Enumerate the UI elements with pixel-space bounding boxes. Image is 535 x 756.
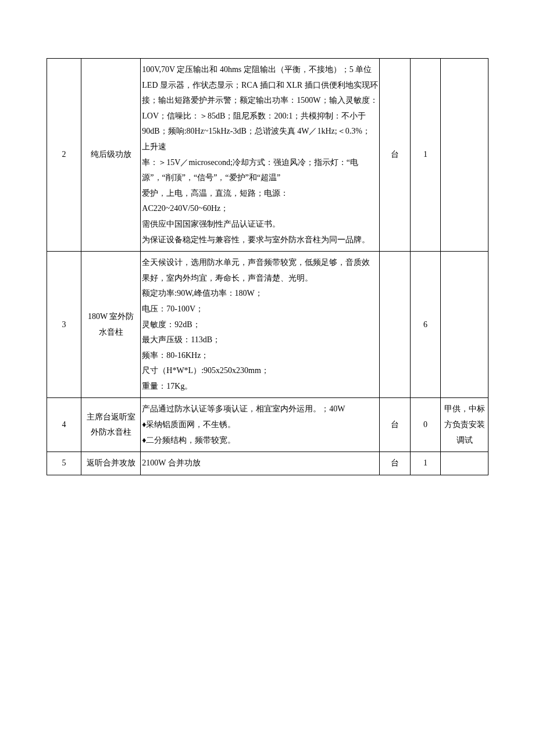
cell-qty: 1 — [410, 59, 441, 252]
cell-qty: 0 — [410, 398, 441, 452]
cell-index: 2 — [47, 59, 81, 252]
cell-name: 主席台返听室外防水音柱 — [81, 398, 140, 452]
table-row: 4 主席台返听室外防水音柱 产品通过防水认证等多项认证，相宜室内外运用。；40W… — [47, 398, 488, 452]
document-page: 2 纯后级功放 100V,70V 定压输出和 40hms 定阻输出（平衡，不接地… — [0, 0, 535, 475]
cell-unit: 台 — [379, 59, 410, 252]
table-row: 2 纯后级功放 100V,70V 定压输出和 40hms 定阻输出（平衡，不接地… — [47, 59, 488, 252]
cell-desc: 100V,70V 定压输出和 40hms 定阻输出（平衡，不接地）；5 单位 L… — [141, 59, 380, 252]
cell-qty: 6 — [410, 252, 441, 398]
table-row: 3 180W 室外防水音柱 全天候设计，选用防水单元，声音频带较宽，低频足够，音… — [47, 252, 488, 398]
cell-index: 5 — [47, 452, 81, 475]
cell-qty: 1 — [410, 452, 441, 475]
cell-unit: 台 — [379, 398, 410, 452]
spec-table: 2 纯后级功放 100V,70V 定压输出和 40hms 定阻输出（平衡，不接地… — [47, 58, 488, 475]
cell-name: 纯后级功放 — [81, 59, 140, 252]
cell-unit: 台 — [379, 452, 410, 475]
cell-note — [441, 452, 488, 475]
cell-note: 甲供，中标方负责安装调试 — [441, 398, 488, 452]
cell-name: 180W 室外防水音柱 — [81, 252, 140, 398]
cell-index: 4 — [47, 398, 81, 452]
cell-desc: 2100W 合并功放 — [141, 452, 380, 475]
cell-note — [441, 59, 488, 252]
table-row: 5 返听合并攻放 2100W 合并功放 台 1 — [47, 452, 488, 475]
cell-desc: 产品通过防水认证等多项认证，相宜室内外运用。；40W♦采纳铝质面网，不生锈。♦二… — [141, 398, 380, 452]
cell-index: 3 — [47, 252, 81, 398]
cell-note — [441, 252, 488, 398]
cell-unit — [379, 252, 410, 398]
cell-name: 返听合并攻放 — [81, 452, 140, 475]
cell-desc: 全天候设计，选用防水单元，声音频带较宽，低频足够，音质效果好，室内外均宜，寿命长… — [141, 252, 380, 398]
